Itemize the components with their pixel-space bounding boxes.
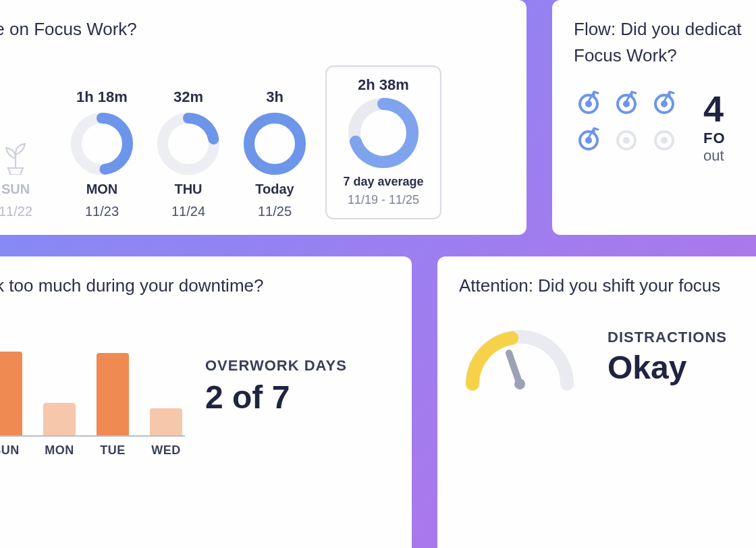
- focus-day-date: 11/22: [0, 204, 32, 219]
- overwork-bar-label: MON: [40, 443, 78, 458]
- attention-label: DISTRACTIONS: [608, 329, 727, 346]
- overwork-bar: [40, 403, 78, 435]
- progress-ring-icon: [244, 113, 306, 175]
- bar-icon: [97, 353, 129, 435]
- focus-day-date: 11/24: [171, 204, 205, 219]
- focus-average-range: 11/19 - 11/25: [348, 193, 419, 207]
- attention-body: DISTRACTIONS Okay: [459, 317, 756, 398]
- progress-ring-icon: [157, 113, 219, 175]
- overwork-bar: [94, 353, 132, 435]
- focus-day-col: SUN 11/22: [0, 88, 51, 219]
- focus-card: d enough time on Focus Work? AT /21 SUN …: [0, 0, 526, 235]
- focus-day-value: 1h 18m: [76, 87, 128, 106]
- focus-average-label: 7 day average: [343, 175, 423, 189]
- plant-icon: [0, 114, 35, 175]
- flow-card-title-line1: Flow: Did you dedicat: [574, 19, 756, 40]
- gauge-icon: [459, 317, 580, 398]
- flow-label-line2: out: [703, 147, 726, 165]
- progress-ring-icon: [348, 98, 418, 168]
- focus-day-label: SUN: [1, 182, 30, 197]
- attention-card: Attention: Did you shift your focus DIST…: [437, 256, 756, 548]
- overwork-bar: [147, 408, 185, 435]
- svg-point-5: [249, 118, 300, 169]
- focus-day-date: 11/25: [258, 204, 292, 219]
- attention-value: Okay: [608, 349, 727, 386]
- focus-day-date: 11/23: [85, 204, 119, 219]
- flow-card-title-line2: Focus Work?: [574, 45, 756, 66]
- overwork-chart: SATSUNMONTUEWED: [0, 315, 185, 458]
- focus-days-row: AT /21 SUN 11/221h 18m MON 11/2332m THU …: [0, 59, 505, 219]
- target-miss-icon: [649, 124, 679, 154]
- svg-point-19: [661, 137, 668, 144]
- bar-icon: [43, 403, 76, 435]
- flow-card: Flow: Did you dedicat Focus Work? 4 FO o…: [552, 0, 756, 235]
- target-hit-icon: [649, 88, 679, 117]
- flow-label-line1: FO: [703, 130, 726, 147]
- svg-point-17: [623, 137, 630, 144]
- overwork-card: you work too much during your downtime? …: [0, 256, 412, 548]
- target-hit-icon: [612, 88, 641, 117]
- overwork-bar-label: SUN: [0, 443, 25, 458]
- progress-ring-icon: [71, 113, 133, 175]
- overwork-bar-label: TUE: [94, 443, 132, 458]
- overwork-summary-value: 2 of 7: [205, 379, 347, 416]
- bar-icon: [150, 408, 182, 435]
- attention-text: DISTRACTIONS Okay: [608, 329, 727, 386]
- focus-day-col: 3h Today 11/25: [239, 87, 310, 219]
- focus-average-box: 2h 38m 7 day average 11/19 - 11/25: [325, 65, 441, 219]
- overwork-summary-label: OVERWORK DAYS: [205, 357, 347, 375]
- focus-day-value: 32m: [173, 87, 203, 106]
- flow-count: 4: [703, 88, 726, 130]
- overwork-body: SATSUNMONTUEWED OVERWORK DAYS 2 of 7: [0, 315, 390, 458]
- focus-average-value: 2h 38m: [358, 76, 409, 94]
- flow-targets-icons: [574, 88, 684, 154]
- focus-day-label: THU: [174, 182, 202, 197]
- flow-summary: 4 FO out: [703, 88, 726, 165]
- focus-day-col: 1h 18m MON 11/23: [66, 87, 138, 219]
- overwork-summary: OVERWORK DAYS 2 of 7: [205, 357, 347, 416]
- overwork-bar: [0, 352, 25, 435]
- bar-icon: [0, 352, 22, 435]
- attention-card-title: Attention: Did you shift your focus: [459, 275, 756, 296]
- focus-day-label: MON: [86, 182, 118, 197]
- focus-day-label: Today: [255, 182, 294, 197]
- target-hit-icon: [574, 124, 603, 154]
- overwork-bar-label: WED: [147, 443, 185, 458]
- focus-day-value: 3h: [266, 87, 284, 106]
- overwork-card-title: you work too much during your downtime?: [0, 275, 390, 296]
- flow-body: 4 FO out: [574, 85, 756, 165]
- focus-card-title: d enough time on Focus Work?: [0, 19, 505, 40]
- target-miss-icon: [612, 124, 641, 154]
- target-hit-icon: [574, 88, 603, 117]
- focus-day-col: 32m THU 11/24: [153, 87, 224, 219]
